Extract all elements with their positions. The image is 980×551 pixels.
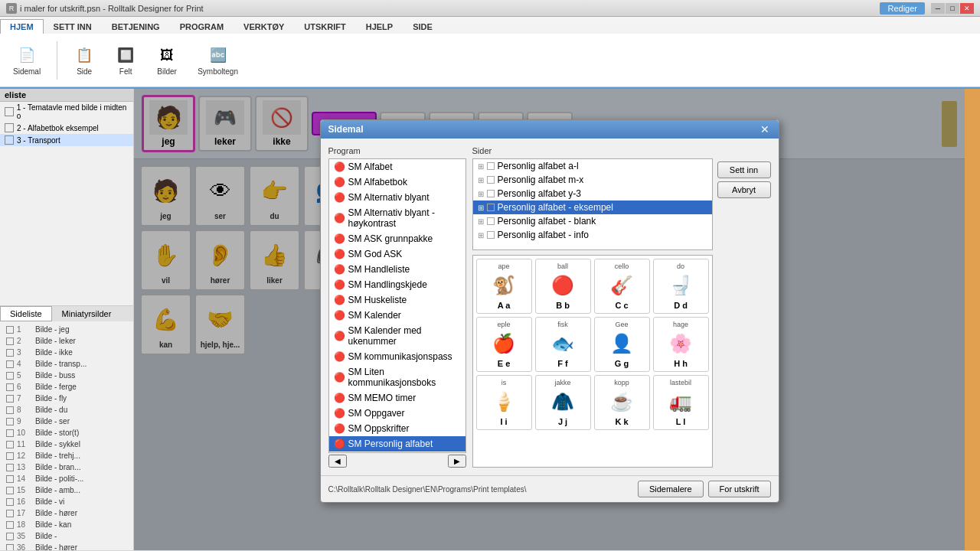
tree-item-2[interactable]: 2 - Alfabetbok eksempel (0, 122, 133, 134)
tab-miniatyr[interactable]: Miniatyrsilder (52, 306, 122, 321)
thumb-8[interactable]: 8 Bilde - du (3, 405, 130, 415)
thumb-checkbox-10[interactable] (6, 429, 14, 437)
program-sm-oppgaver[interactable]: 🔴 SM Oppgaver (329, 406, 466, 421)
ribbon-felt-btn[interactable]: 🔲 Felt (108, 41, 143, 80)
thumb-7[interactable]: 7 Bilde - fly (3, 393, 130, 403)
ribbon-sidemal-btn[interactable]: 📄 Sidemal (6, 41, 47, 80)
avbryt-button[interactable]: Avbryt (717, 181, 771, 198)
thumb-11[interactable]: 11 Bilde - sykkel (3, 439, 130, 449)
checkbox-1[interactable] (5, 107, 14, 116)
tab-betjening[interactable]: BETJENING (102, 19, 170, 34)
thumb-4[interactable]: 4 Bilde - transp... (3, 359, 130, 369)
thumb-1[interactable]: 1 Bilde - jeg (3, 324, 130, 334)
picto-fisk[interactable]: fisk 🐟 F f (535, 317, 591, 372)
program-sm-personlig[interactable]: 🔴 SM Personlig alfabet (329, 436, 466, 452)
ribbon-symboltegn-btn[interactable]: 🔤 Symboltegn (191, 41, 245, 80)
thumb-checkbox-9[interactable] (6, 418, 14, 425)
checkbox-3[interactable] (5, 135, 14, 145)
check-6[interactable] (487, 231, 495, 239)
picto-gee[interactable]: Gee 👤 G g (594, 317, 650, 372)
thumb-checkbox-16[interactable] (6, 498, 14, 506)
scroll-left-btn[interactable]: ◀ (328, 455, 347, 468)
tab-verktoey[interactable]: VERKTØY (234, 19, 294, 34)
picto-kopp[interactable]: kopp ☕ K k (594, 375, 650, 430)
thumb-checkbox-35[interactable] (6, 533, 14, 540)
program-sm-alt-blyant-hk[interactable]: 🔴 SM Alternativ blyant - høykontrast (329, 205, 466, 231)
check-5[interactable] (487, 217, 495, 225)
thumb-checkbox-3[interactable] (6, 349, 14, 357)
thumb-checkbox-6[interactable] (6, 383, 14, 391)
for-utskrift-button[interactable]: For utskrift (708, 481, 771, 497)
program-sm-huskeliste[interactable]: 🔴 SM Huskeliste (329, 292, 466, 308)
program-sm-kalender[interactable]: 🔴 SM Kalender (329, 308, 466, 323)
sider-item-eksempel[interactable]: ⊞ Personlig alfabet - eksempel (473, 201, 712, 214)
thumb-checkbox-12[interactable] (6, 452, 14, 460)
thumb-36[interactable]: 36 Bilde - hører (3, 543, 130, 550)
thumb-35[interactable]: 35 Bilde - (3, 531, 130, 541)
tab-hjelp[interactable]: HJELP (356, 19, 403, 34)
edit-button[interactable]: Rediger (880, 2, 925, 15)
picto-cello[interactable]: cello 🎸 C c (594, 259, 650, 314)
picto-lastebil[interactable]: lastebil 🚛 L l (653, 375, 709, 430)
ribbon-bilder-btn[interactable]: 🖼 Bilder (149, 41, 185, 80)
tab-side[interactable]: SIDE (403, 19, 443, 34)
maximize-button[interactable]: □ (946, 3, 959, 14)
check-4[interactable] (487, 204, 495, 211)
check-2[interactable] (487, 176, 495, 184)
thumb-16[interactable]: 16 Bilde - vi (3, 497, 130, 507)
thumb-checkbox-17[interactable] (6, 510, 14, 517)
thumb-5[interactable]: 5 Bilde - buss (3, 370, 130, 380)
program-sm-komp[interactable]: 🔴 SM kommunikasjonspass (329, 349, 466, 364)
picto-ball[interactable]: ball 🔴 B b (535, 259, 591, 314)
ribbon-side-btn[interactable]: 📋 Side (67, 41, 102, 80)
program-sm-kalender-uk[interactable]: 🔴 SM Kalender med ukenummer (329, 323, 466, 349)
tab-hjem[interactable]: HJEM (0, 19, 44, 34)
thumb-checkbox-1[interactable] (6, 326, 14, 334)
sider-item-info[interactable]: ⊞ Personlig alfabet - info (473, 228, 712, 242)
thumb-14[interactable]: 14 Bilde - politi-... (3, 474, 130, 484)
thumb-checkbox-2[interactable] (6, 337, 14, 345)
thumb-18[interactable]: 18 Bilde - kan (3, 520, 130, 530)
scroll-right-btn[interactable]: ▶ (448, 455, 466, 468)
tab-utskrift[interactable]: UTSKRIFT (294, 19, 355, 34)
thumb-6[interactable]: 6 Bilde - ferge (3, 382, 130, 392)
sider-item-mx[interactable]: ⊞ Personlig alfabet m-x (473, 173, 712, 187)
tab-sideliste[interactable]: Sideliste (0, 306, 52, 321)
thumb-checkbox-13[interactable] (6, 464, 14, 471)
modal-close-button[interactable]: ✕ (759, 123, 771, 135)
program-sm-oppskrifter[interactable]: 🔴 SM Oppskrifter (329, 421, 466, 436)
thumb-9[interactable]: 9 Bilde - ser (3, 416, 130, 426)
sett-inn-button[interactable]: Sett inn (717, 161, 771, 178)
program-sm-handleliste[interactable]: 🔴 SM Handleliste (329, 262, 466, 277)
tree-item-1[interactable]: 1 - Tematavle med bilde i midten o (0, 102, 133, 122)
sider-item-blank[interactable]: ⊞ Personlig alfabet - blank (473, 214, 712, 228)
thumb-checkbox-11[interactable] (6, 441, 14, 448)
thumb-checkbox-4[interactable] (6, 360, 14, 368)
check-1[interactable] (487, 162, 495, 170)
minimize-button[interactable]: ─ (931, 3, 945, 14)
program-sm-god-ask[interactable]: 🔴 SM God ASK (329, 246, 466, 262)
close-button[interactable]: ✕ (960, 3, 974, 14)
thumb-17[interactable]: 17 Bilde - hører (3, 508, 130, 518)
thumb-checkbox-14[interactable] (6, 475, 14, 483)
sider-item-al[interactable]: ⊞ Personlig alfabet a-l (473, 159, 712, 173)
tab-sett-inn[interactable]: SETT INN (44, 19, 102, 34)
tab-program[interactable]: PROGRAM (170, 19, 234, 34)
sider-list[interactable]: ⊞ Personlig alfabet a-l ⊞ Personlig alfa… (472, 158, 713, 250)
checkbox-2[interactable] (5, 123, 14, 132)
thumb-3[interactable]: 3 Bilde - ikke (3, 347, 130, 357)
thumb-checkbox-15[interactable] (6, 487, 14, 494)
check-3[interactable] (487, 190, 495, 197)
program-sm-samling[interactable]: 🔴 SM Samlingstund (329, 452, 466, 453)
thumb-checkbox-18[interactable] (6, 521, 14, 529)
picto-is[interactable]: is 🍦 I i (476, 375, 532, 430)
picto-hage[interactable]: hage 🌸 H h (653, 317, 709, 372)
sider-item-y3[interactable]: ⊞ Personlig alfabet y-3 (473, 187, 712, 201)
thumb-15[interactable]: 15 Bilde - amb... (3, 485, 130, 495)
program-sm-liten[interactable]: 🔴 SM Liten kommunikasjonsboks (329, 364, 466, 390)
thumb-13[interactable]: 13 Bilde - bran... (3, 462, 130, 472)
thumb-checkbox-36[interactable] (6, 544, 14, 551)
thumb-checkbox-7[interactable] (6, 395, 14, 403)
picto-do[interactable]: do 🚽 D d (653, 259, 709, 314)
tree-item-3[interactable]: 3 - Transport (0, 134, 133, 146)
